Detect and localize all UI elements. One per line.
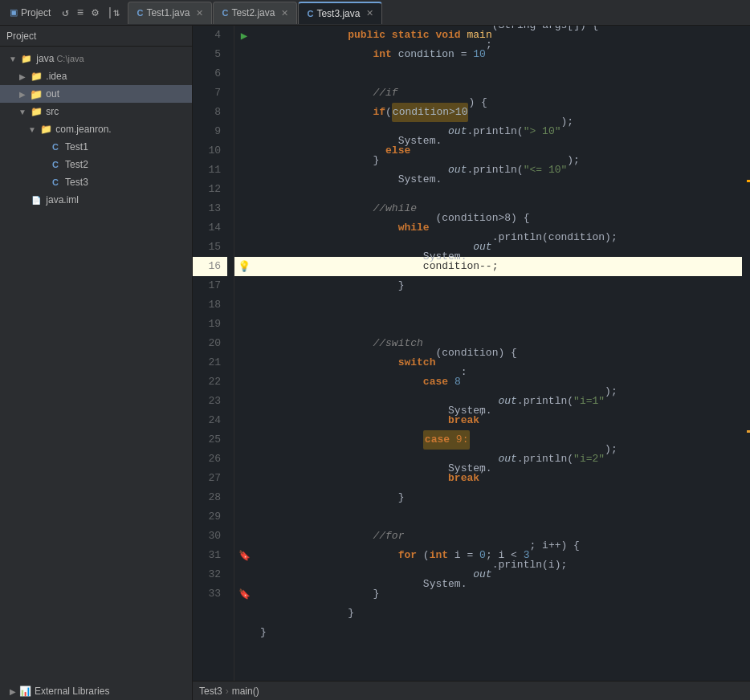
tree-item-test2[interactable]: C Test2 bbox=[0, 156, 192, 173]
gutter-empty bbox=[234, 199, 254, 218]
tab-test3[interactable]: C Test3.java ✕ bbox=[298, 2, 382, 24]
tree-item-out[interactable]: ▶ 📁 out bbox=[0, 85, 192, 103]
java-icon: C bbox=[48, 160, 63, 169]
tree-item-label: Test3 bbox=[63, 177, 88, 188]
gutter-empty bbox=[234, 141, 254, 161]
sidebar-title: Project bbox=[6, 31, 36, 42]
tab-test3-close[interactable]: ✕ bbox=[366, 8, 373, 18]
tree-item-path: C:\java bbox=[54, 54, 84, 63]
gutter-empty bbox=[234, 565, 254, 584]
title-bar: ▣ Project ↺ ≡ ⚙ |⇅ C Test1.java ✕ C Test… bbox=[0, 0, 750, 26]
arrow-icon: ▼ bbox=[6, 55, 19, 63]
gutter: ▶ bbox=[234, 26, 254, 681]
arrow-icon: ▶ bbox=[6, 687, 19, 696]
tree-item-iml[interactable]: 📄 java.iml bbox=[0, 191, 192, 209]
code-editor[interactable]: 4 5 6 7 8 9 10 11 12 13 14 15 16 17 18 1… bbox=[193, 26, 750, 700]
folder-icon: 📁 bbox=[29, 71, 43, 82]
gutter-empty bbox=[234, 430, 254, 450]
gutter-empty bbox=[234, 218, 254, 238]
tree-item-package[interactable]: ▼ 📁 com.jeanron. bbox=[0, 120, 192, 138]
tree-item-label: java.iml bbox=[43, 194, 79, 206]
gutter-empty bbox=[234, 450, 254, 469]
gutter-empty bbox=[234, 353, 254, 372]
breadcrumb-file: Test3 bbox=[199, 686, 222, 697]
line-numbers: 4 5 6 7 8 9 10 11 12 13 14 15 16 17 18 1… bbox=[193, 26, 234, 681]
tab-test3-label: Test3.java bbox=[316, 8, 360, 19]
java-icon: C bbox=[48, 177, 63, 187]
project-panel-tab[interactable]: ▣ Project bbox=[3, 2, 57, 24]
folder-icon: 📁 bbox=[29, 88, 43, 100]
java-file-icon: C bbox=[137, 8, 143, 18]
tab-test1-close[interactable]: ✕ bbox=[196, 8, 203, 18]
folder-icon: 📁 bbox=[29, 106, 43, 117]
main-layout: Project ▼ 📁 java C:\java ▶ 📁 .idea ▶ 📁 o… bbox=[0, 26, 750, 700]
code-line-17: } bbox=[254, 276, 742, 295]
gutter-empty bbox=[234, 276, 254, 295]
tree-item-label: out bbox=[43, 88, 59, 100]
file-tree: ▼ 📁 java C:\java ▶ 📁 .idea ▶ 📁 out ▼ 📁 bbox=[0, 47, 192, 682]
tab-test1-label: Test1.java bbox=[146, 7, 190, 18]
tree-item-label: java bbox=[34, 53, 54, 64]
settings-icon[interactable]: ≡ bbox=[75, 5, 85, 21]
right-marker-1 bbox=[747, 180, 750, 182]
gutter-empty bbox=[234, 122, 254, 141]
code-line-11: System. out.println("<= 10"); bbox=[254, 161, 742, 180]
gutter-empty bbox=[234, 103, 254, 122]
tab-test1[interactable]: C Test1.java ✕ bbox=[128, 2, 212, 24]
arrow-icon: ▶ bbox=[16, 72, 29, 81]
code-content: 4 5 6 7 8 9 10 11 12 13 14 15 16 17 18 1… bbox=[193, 26, 750, 681]
gutter-bulb-icon[interactable]: 💡 bbox=[234, 257, 254, 276]
tab-test2-close[interactable]: ✕ bbox=[281, 8, 288, 18]
breadcrumb-method: main() bbox=[232, 686, 259, 697]
gutter-bookmark2-icon[interactable]: 🔖 bbox=[234, 584, 254, 604]
gutter-empty bbox=[234, 45, 254, 64]
gutter-empty bbox=[234, 411, 254, 430]
gear-icon[interactable]: ⚙ bbox=[90, 4, 100, 21]
gutter-empty bbox=[234, 469, 254, 488]
tree-item-external-libraries[interactable]: ▶ 📊 External Libraries bbox=[0, 682, 192, 700]
arrow-icon: ▼ bbox=[26, 125, 39, 134]
gutter-run-icon[interactable]: ▶ bbox=[234, 26, 254, 45]
tree-item-test1[interactable]: C Test1 bbox=[0, 138, 192, 156]
tab-bar: C Test1.java ✕ C Test2.java ✕ C Test3.ja… bbox=[128, 2, 747, 24]
java-file-icon: C bbox=[307, 9, 313, 18]
gutter-empty bbox=[234, 392, 254, 411]
code-lines[interactable]: public static void main(String args[]) {… bbox=[254, 26, 742, 681]
gutter-empty bbox=[234, 295, 254, 315]
project-label: Project bbox=[21, 7, 51, 18]
tree-item-java[interactable]: ▼ 📁 java C:\java bbox=[0, 50, 192, 67]
arrow-icon: ▼ bbox=[16, 108, 29, 116]
java-icon: C bbox=[48, 142, 63, 152]
sidebar: Project ▼ 📁 java C:\java ▶ 📁 .idea ▶ 📁 o… bbox=[0, 26, 193, 700]
arrow-icon: ▶ bbox=[16, 90, 29, 99]
tab-test2[interactable]: C Test2.java ✕ bbox=[213, 2, 297, 24]
gutter-empty bbox=[234, 161, 254, 180]
gutter-empty bbox=[234, 507, 254, 527]
tree-item-idea[interactable]: ▶ 📁 .idea bbox=[0, 67, 192, 85]
external-libraries-label: External Libraries bbox=[35, 686, 109, 697]
breadcrumb: Test3 › main() bbox=[193, 681, 750, 700]
gutter-empty bbox=[234, 64, 254, 83]
project-icon: ▣ bbox=[10, 7, 18, 18]
code-line-34: } bbox=[254, 604, 742, 623]
right-marker-2 bbox=[747, 430, 750, 433]
split-icon[interactable]: |⇅ bbox=[105, 4, 122, 21]
gutter-empty bbox=[234, 527, 254, 546]
gutter-empty bbox=[234, 488, 254, 507]
gutter-empty bbox=[234, 238, 254, 257]
gutter-empty bbox=[234, 334, 254, 353]
tab-test2-label: Test2.java bbox=[231, 7, 275, 18]
folder-icon: 📁 bbox=[19, 54, 34, 64]
chart-icon: 📊 bbox=[19, 686, 31, 697]
gutter-empty bbox=[234, 83, 254, 103]
tree-item-test3[interactable]: C Test3 bbox=[0, 173, 192, 191]
tree-item-label: Test2 bbox=[63, 159, 88, 170]
gutter-bookmark-icon[interactable]: 🔖 bbox=[234, 546, 254, 565]
sync-icon[interactable]: ↺ bbox=[60, 4, 70, 21]
gutter-empty bbox=[234, 372, 254, 392]
iml-icon: 📄 bbox=[29, 196, 43, 205]
gutter-empty bbox=[234, 315, 254, 334]
breadcrumb-separator: › bbox=[226, 686, 229, 697]
tree-item-src[interactable]: ▼ 📁 src bbox=[0, 103, 192, 120]
tree-item-label: com.jeanron. bbox=[53, 124, 112, 135]
